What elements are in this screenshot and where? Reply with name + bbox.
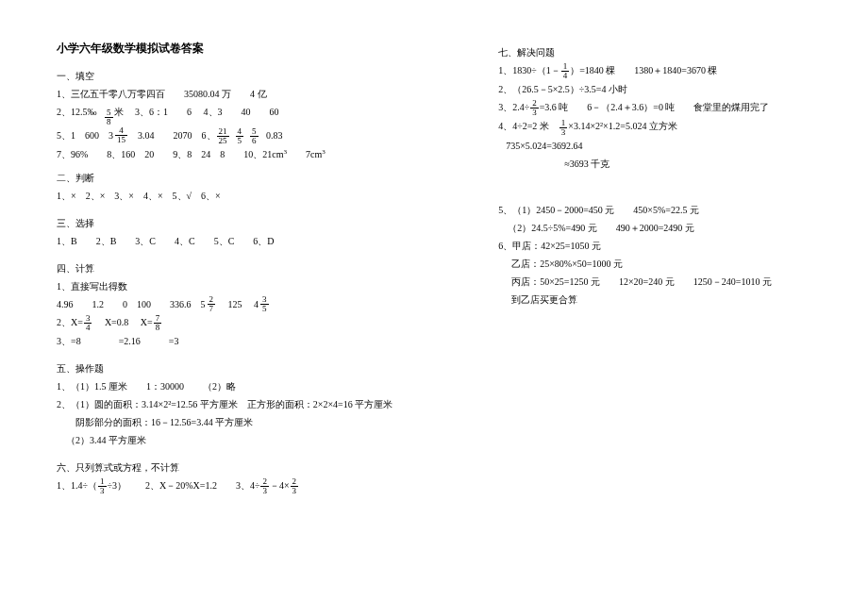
s7-l9: 乙店：25×80%×50=1000 元	[498, 255, 811, 273]
s7-l1: 1、1830÷（1－14）=1840 棵 1380＋1840=3670 棵	[498, 61, 811, 80]
s1-l2c: 3、6：1 6	[135, 107, 192, 117]
s2-head: 二、判断	[57, 169, 432, 187]
s4-l1b: 125	[228, 299, 242, 309]
doc-title: 小学六年级数学模拟试卷答案	[57, 38, 432, 59]
s1-head: 一、填空	[57, 67, 432, 85]
s5-head: 五、操作题	[57, 359, 432, 377]
s4-l2a: 2、X=	[57, 317, 83, 327]
s7-l1a: 1、1830÷（1－	[498, 65, 560, 75]
s4-l1a: 4.96 1.2 0 100 336.6	[57, 299, 192, 309]
s1-l2b: 米	[114, 107, 124, 117]
s1-l2: 2、12.5‰ 58米 3、6：1 6 4、3 40 60	[57, 103, 432, 126]
s1-l4: 7、96% 8、160 20 9、8 24 8 10、21cm3 7cm3	[57, 145, 432, 163]
s1-l4t: 7、96% 8、160 20 9、8 24 8 10、21	[57, 149, 272, 159]
s1-l3c: 6、	[202, 130, 216, 141]
s5-l4: （2）3.44 平方厘米	[57, 431, 432, 449]
s7-l2: 2、（26.5－5×2.5）÷3.5=4 小时	[498, 80, 811, 98]
s7-l1b: ）=1840 棵 1380＋1840=3670 棵	[570, 65, 717, 75]
s7-l4: 4、4÷2=2 米 13×3.14×2²×1.2=5.024 立方米	[498, 117, 811, 136]
s4-l2c: X=	[141, 317, 153, 327]
s1-l4u2: cm	[310, 149, 322, 159]
s7-l7a: 5、（1）2450－2000=450 元 450×5%=22.5 元	[498, 201, 811, 219]
s4-l1: 4.96 1.2 0 100 336.6 527 125 435	[57, 295, 432, 313]
s1-l2a: 2、12.5‰	[57, 107, 97, 117]
s6-l1b: ÷3） 2、X－20%X=1.2 3、4÷	[108, 480, 260, 491]
s7-l7b: （2）24.5÷5%=490 元 490＋2000=2490 元	[498, 219, 811, 237]
s5-l1: 1、（1）1.5 厘米 1：30000 （2）略	[57, 377, 432, 395]
s7-l3a: 3、2.4÷	[498, 102, 529, 112]
s1-l3d: 0.83	[266, 130, 283, 141]
s1-l3b: 3.04 2070	[138, 130, 192, 141]
s1-l3a: 5、1 600	[57, 130, 99, 141]
s5-l3: 阴影部分的面积：16－12.56=3.44 平方厘米	[57, 413, 432, 431]
s7-l10: 丙店：50×25=1250 元 12×20=240 元 1250－240=101…	[498, 273, 811, 291]
s6-head: 六、只列算式或方程，不计算	[57, 459, 432, 476]
s4-head: 四、计算	[57, 259, 432, 277]
s7-l8: 6、甲店：42×25=1050 元	[498, 237, 811, 255]
s3-l1: 1、B 2、B 3、C 4、C 5、C 6、D	[57, 232, 432, 250]
s1-l4sp: 7	[287, 149, 310, 159]
s3-head: 三、选择	[57, 214, 432, 232]
s7-l5: 735×5.024=3692.64	[498, 137, 811, 155]
s6-l1: 1、1.4÷（13÷3） 2、X－20%X=1.2 3、4÷23－4×23	[57, 476, 432, 495]
s7-l3: 3、2.4÷23=3.6 吨 6－（2.4＋3.6）=0 吨 食堂里的煤用完了	[498, 98, 811, 117]
s7-l4a: 4、4÷2=2 米	[498, 121, 559, 131]
s1-l1: 1、三亿五千零八万零四百 35080.04 万 4 亿	[57, 85, 432, 103]
s1-l3: 5、1 600 3415 3.04 2070 6、2125 45 56 0.83	[57, 126, 432, 145]
s6-l1c: －4×	[270, 480, 290, 491]
s1-l4u1: cm	[272, 149, 283, 159]
s7-l11: 到乙店买更合算	[498, 291, 811, 309]
s6-l1a: 1、1.4÷（	[57, 480, 97, 491]
s4-l3: 3、=8 =2.16 =3	[57, 332, 432, 350]
s5-l2: 2、（1）圆的面积：3.14×2²=12.56 平方厘米 正方形的面积：2×2×…	[57, 395, 432, 413]
s4-l2: 2、X=34 X=0.8 X=78	[57, 313, 432, 332]
s4-sub1: 1、直接写出得数	[57, 277, 432, 295]
s2-l1: 1、× 2、× 3、× 4、× 5、√ 6、×	[57, 187, 432, 205]
s7-l4b: ×3.14×2²×1.2=5.024 立方米	[568, 121, 677, 131]
s7-head: 七、解决问题	[498, 43, 811, 61]
s7-l3b: =3.6 吨 6－（2.4＋3.6）=0 吨 食堂里的煤用完了	[540, 102, 770, 112]
s4-l2b: X=0.8	[105, 317, 128, 327]
s1-l2d: 4、3 40 60	[204, 107, 279, 117]
s7-l6: ≈3693 千克	[498, 155, 811, 173]
